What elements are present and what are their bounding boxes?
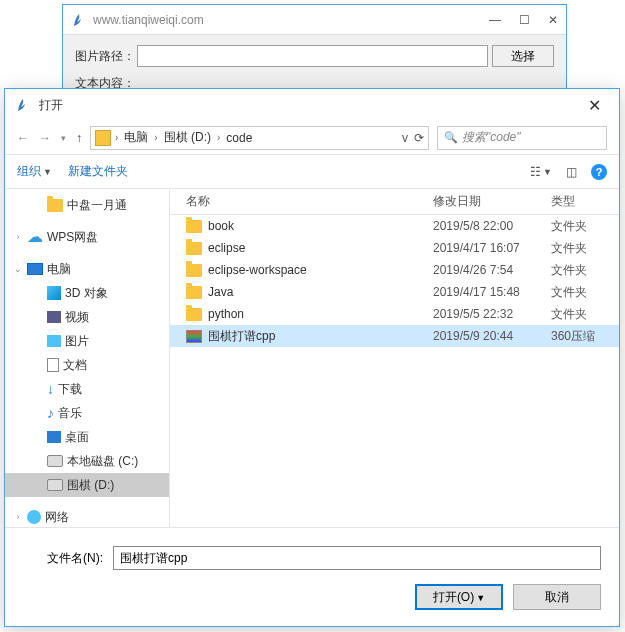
tree-label: WPS网盘	[47, 229, 98, 246]
new-folder-button[interactable]: 新建文件夹	[68, 163, 128, 180]
tree-item[interactable]: ›网络	[5, 505, 169, 527]
search-input[interactable]: 🔍 搜索"code"	[437, 126, 607, 150]
view-mode-button[interactable]: ☷▼	[530, 165, 552, 179]
file-date: 2019/4/17 16:07	[433, 241, 551, 255]
folder-icon	[186, 220, 202, 233]
dialog-close-button[interactable]: ✕	[580, 96, 609, 115]
file-name: 围棋打谱cpp	[208, 328, 433, 345]
search-icon: 🔍	[444, 131, 458, 144]
folder-icon	[186, 264, 202, 277]
parent-titlebar: www.tianqiweiqi.com — ☐ ✕	[63, 5, 566, 35]
file-type: 360压缩	[551, 328, 619, 345]
close-button[interactable]: ✕	[548, 13, 558, 27]
path-label: 图片路径：	[75, 48, 137, 65]
tree-item[interactable]: ⌄电脑	[5, 257, 169, 281]
parent-title-text: www.tianqiweiqi.com	[93, 13, 204, 27]
tree-label: 围棋 (D:)	[67, 477, 114, 494]
maximize-button[interactable]: ☐	[519, 13, 530, 27]
file-row[interactable]: eclipse2019/4/17 16:07文件夹	[170, 237, 619, 259]
twisty-icon: ⌄	[13, 264, 23, 274]
breadcrumb[interactable]: › 电脑 › 围棋 (D:) › code v⟳	[90, 126, 429, 150]
cancel-button[interactable]: 取消	[513, 584, 601, 610]
file-date: 2019/5/8 22:00	[433, 219, 551, 233]
open-button[interactable]: 打开(O)▼	[415, 584, 503, 610]
refresh-icon[interactable]: ⟳	[414, 131, 424, 145]
tree-item[interactable]: 中盘一月通	[5, 193, 169, 217]
crumb-sep-icon[interactable]: ›	[217, 132, 220, 143]
tree-label: 中盘一月通	[67, 197, 127, 214]
search-placeholder: 搜索"code"	[462, 129, 521, 146]
tree-item[interactable]: 文档	[5, 353, 169, 377]
tree-item[interactable]: ♪音乐	[5, 401, 169, 425]
organize-menu[interactable]: 组织▼	[17, 163, 52, 180]
file-list: book2019/5/8 22:00文件夹eclipse2019/4/17 16…	[170, 215, 619, 527]
dialog-title: 打开	[39, 97, 63, 114]
tree-item[interactable]: 3D 对象	[5, 281, 169, 305]
crumb-sep-icon[interactable]: ›	[115, 132, 118, 143]
file-type: 文件夹	[551, 240, 619, 257]
toolbar: 组织▼ 新建文件夹 ☷▼ ◫ ?	[5, 155, 619, 189]
col-name[interactable]: 名称	[186, 193, 433, 210]
tree-item[interactable]: ›☁WPS网盘	[5, 225, 169, 249]
filename-input[interactable]	[113, 546, 601, 570]
preview-pane-button[interactable]: ◫	[566, 165, 577, 179]
tree-item[interactable]: ↓下载	[5, 377, 169, 401]
tree-item[interactable]: 图片	[5, 329, 169, 353]
tree-item[interactable]: 桌面	[5, 425, 169, 449]
nav-forward-icon[interactable]: →	[39, 131, 51, 145]
file-row[interactable]: python2019/5/5 22:32文件夹	[170, 303, 619, 325]
app-icon	[71, 12, 87, 28]
file-row[interactable]: 围棋打谱cpp2019/5/9 20:44360压缩	[170, 325, 619, 347]
file-name: book	[208, 219, 433, 233]
open-dialog: 打开 ✕ ← → ▾ ↑ › 电脑 › 围棋 (D:) › code v⟳ 🔍 …	[4, 88, 620, 627]
tree-label: 下载	[58, 381, 82, 398]
tree-item[interactable]: 视频	[5, 305, 169, 329]
file-row[interactable]: book2019/5/8 22:00文件夹	[170, 215, 619, 237]
crumb-sep-icon[interactable]: ›	[154, 132, 157, 143]
tree-label: 桌面	[65, 429, 89, 446]
crumb-dropdown-icon[interactable]: v	[402, 131, 408, 145]
tree-label: 本地磁盘 (C:)	[67, 453, 138, 470]
col-type[interactable]: 类型	[551, 193, 619, 210]
folder-icon	[186, 242, 202, 255]
folder-icon	[186, 286, 202, 299]
file-date: 2019/5/5 22:32	[433, 307, 551, 321]
twisty-icon: ›	[13, 232, 23, 242]
dialog-titlebar: 打开 ✕	[5, 89, 619, 121]
tree-item[interactable]: 围棋 (D:)	[5, 473, 169, 497]
nav-history-icon[interactable]: ▾	[61, 133, 66, 143]
minimize-button[interactable]: —	[489, 13, 501, 27]
nav-up-icon[interactable]: ↑	[76, 131, 82, 145]
file-name: python	[208, 307, 433, 321]
file-row[interactable]: Java2019/4/17 15:48文件夹	[170, 281, 619, 303]
tree-label: 文档	[63, 357, 87, 374]
file-list-header: 名称 修改日期 类型	[170, 189, 619, 215]
tree-label: 图片	[65, 333, 89, 350]
file-name: eclipse-workspace	[208, 263, 433, 277]
crumb-drive[interactable]: 围棋 (D:)	[162, 129, 213, 146]
folder-icon	[95, 130, 111, 146]
file-row[interactable]: eclipse-workspace2019/4/26 7:54文件夹	[170, 259, 619, 281]
nav-back-icon[interactable]: ←	[17, 131, 29, 145]
tree-label: 音乐	[58, 405, 82, 422]
file-date: 2019/5/9 20:44	[433, 329, 551, 343]
navbar: ← → ▾ ↑ › 电脑 › 围棋 (D:) › code v⟳ 🔍 搜索"co…	[5, 121, 619, 155]
file-type: 文件夹	[551, 306, 619, 323]
path-input[interactable]	[137, 45, 488, 67]
file-type: 文件夹	[551, 284, 619, 301]
file-date: 2019/4/17 15:48	[433, 285, 551, 299]
tree-item[interactable]: 本地磁盘 (C:)	[5, 449, 169, 473]
help-icon[interactable]: ?	[591, 164, 607, 180]
file-date: 2019/4/26 7:54	[433, 263, 551, 277]
archive-icon	[186, 330, 202, 343]
select-button[interactable]: 选择	[492, 45, 554, 67]
col-date[interactable]: 修改日期	[433, 193, 551, 210]
folder-icon	[186, 308, 202, 321]
file-name: Java	[208, 285, 433, 299]
twisty-icon: ›	[13, 512, 23, 522]
crumb-pc[interactable]: 电脑	[122, 129, 150, 146]
file-type: 文件夹	[551, 218, 619, 235]
tree-label: 3D 对象	[65, 285, 108, 302]
file-type: 文件夹	[551, 262, 619, 279]
crumb-folder[interactable]: code	[224, 131, 254, 145]
